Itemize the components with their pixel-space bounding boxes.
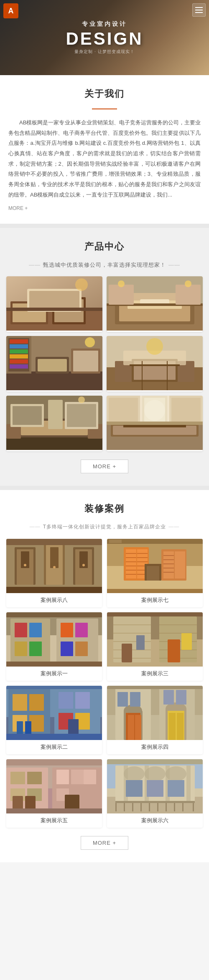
about-content: AB模板网是一家专业从事企业营销策划、电子竞务运营服务的公司，主要业务包含精品网… xyxy=(8,118,201,200)
case-image-container-3 xyxy=(6,612,102,667)
case-card-5[interactable]: 案例展示二 xyxy=(6,686,102,754)
product-card-2[interactable] xyxy=(107,276,203,332)
svg-rect-138 xyxy=(6,612,102,617)
svg-rect-235 xyxy=(149,803,150,811)
svg-rect-75 xyxy=(107,422,203,425)
svg-rect-227 xyxy=(126,780,143,797)
header-design-label: DESIGN xyxy=(66,29,143,49)
case-card-6[interactable]: 案例展示四 xyxy=(107,686,203,754)
case-image-container-6 xyxy=(107,686,203,740)
svg-point-76 xyxy=(144,400,165,421)
svg-rect-223 xyxy=(186,765,191,803)
svg-point-226 xyxy=(166,766,186,781)
site-logo[interactable]: A xyxy=(3,3,18,18)
svg-rect-9 xyxy=(6,308,102,311)
svg-rect-18 xyxy=(109,285,134,305)
cases-more-button[interactable]: MORE + xyxy=(81,836,128,850)
svg-rect-214 xyxy=(6,808,102,813)
svg-rect-230 xyxy=(115,801,195,803)
svg-rect-202 xyxy=(10,772,25,784)
products-more-button[interactable]: MORE + xyxy=(81,460,128,473)
cases-grid: 案例展示八 xyxy=(6,539,203,828)
svg-rect-173 xyxy=(25,721,31,736)
svg-rect-158 xyxy=(107,612,203,616)
product-image-4 xyxy=(107,336,203,390)
product-image-3 xyxy=(6,336,102,390)
svg-point-8 xyxy=(75,278,88,291)
svg-rect-31 xyxy=(10,359,28,364)
svg-rect-30 xyxy=(10,354,28,359)
svg-rect-84 xyxy=(50,547,59,568)
menu-icon-line xyxy=(195,7,203,8)
about-more-link[interactable]: MORE + xyxy=(8,205,28,211)
header-title-area: 专业室内设计 DESIGN 量身定制 · 让梦想变成现实！ xyxy=(66,20,143,55)
svg-rect-90 xyxy=(24,564,26,566)
svg-rect-208 xyxy=(84,770,96,784)
menu-button[interactable] xyxy=(192,3,206,17)
svg-rect-215 xyxy=(6,759,102,765)
case-image-container-5 xyxy=(6,686,102,740)
site-header: A 专业室内设计 DESIGN 量身定制 · 让梦想变成现实！ xyxy=(0,0,209,75)
case-card-8[interactable]: 案例展示六 xyxy=(107,759,203,828)
svg-rect-195 xyxy=(176,690,186,705)
svg-rect-88 xyxy=(6,587,102,593)
svg-rect-156 xyxy=(168,639,180,662)
product-card-6[interactable] xyxy=(107,396,203,451)
svg-rect-207 xyxy=(71,770,84,784)
product-card-5[interactable] xyxy=(6,396,102,451)
svg-rect-92 xyxy=(82,564,85,566)
svg-rect-136 xyxy=(75,642,88,656)
svg-rect-194 xyxy=(163,690,174,705)
case-card-3[interactable]: 案例展示一 xyxy=(6,612,102,681)
svg-rect-19 xyxy=(176,285,201,305)
svg-rect-176 xyxy=(6,686,102,689)
svg-rect-233 xyxy=(132,803,133,811)
case-card-2[interactable]: 案例展示七 xyxy=(107,539,203,607)
product-card-1[interactable] xyxy=(6,276,102,332)
case-card-1[interactable]: 案例展示八 xyxy=(6,539,102,607)
section-gap-1 xyxy=(0,224,209,228)
products-grid xyxy=(6,276,203,451)
svg-point-20 xyxy=(118,280,125,287)
svg-point-224 xyxy=(124,766,145,781)
case-label-6: 案例展示四 xyxy=(107,740,203,754)
product-card-3[interactable] xyxy=(6,336,102,391)
svg-rect-175 xyxy=(6,734,102,740)
svg-rect-234 xyxy=(140,803,142,811)
svg-rect-167 xyxy=(29,715,44,732)
svg-rect-129 xyxy=(15,623,27,637)
about-title: 关于我们 xyxy=(8,88,201,100)
product-card-4[interactable] xyxy=(107,336,203,391)
products-section: 产品中心 甄选城中优质装修公司，丰富选择实现理想家！ xyxy=(0,228,209,486)
case-card-7[interactable]: 案例展示五 xyxy=(6,759,102,828)
case-image-2 xyxy=(107,539,203,593)
svg-rect-89 xyxy=(6,539,102,545)
cases-title: 装修案例 xyxy=(6,503,203,515)
product-image-2 xyxy=(107,276,203,331)
svg-rect-28 xyxy=(10,344,28,349)
svg-rect-130 xyxy=(29,623,42,637)
svg-rect-133 xyxy=(61,623,73,637)
svg-rect-203 xyxy=(27,772,42,784)
svg-rect-119 xyxy=(107,589,203,593)
about-section: 关于我们 AB模板网是一家专业从事企业营销策划、电子竞务运营服务的公司，主要业务… xyxy=(0,75,209,224)
svg-rect-237 xyxy=(166,803,167,811)
case-image-5 xyxy=(6,686,102,740)
svg-rect-241 xyxy=(107,759,203,764)
svg-rect-232 xyxy=(124,803,125,811)
svg-rect-172 xyxy=(17,721,23,736)
svg-rect-47 xyxy=(130,364,180,366)
product-image-5 xyxy=(6,396,102,450)
case-image-8 xyxy=(107,759,203,813)
svg-rect-192 xyxy=(117,692,128,707)
case-image-container-4 xyxy=(107,612,203,667)
svg-rect-61 xyxy=(48,400,63,429)
case-label-3: 案例展示一 xyxy=(6,667,102,681)
svg-rect-67 xyxy=(109,398,138,423)
svg-rect-168 xyxy=(59,692,73,709)
case-image-7 xyxy=(6,759,102,813)
case-card-4[interactable]: 案例展示三 xyxy=(107,612,203,681)
svg-rect-134 xyxy=(75,623,88,637)
products-title: 产品中心 xyxy=(6,240,203,253)
product-image-6 xyxy=(107,396,203,450)
